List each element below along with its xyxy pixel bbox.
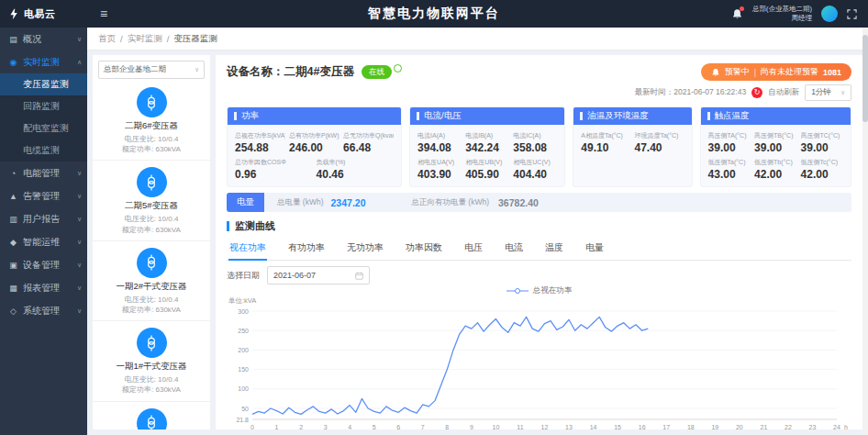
device-list-item-1[interactable]: 二期5#变压器电压变比: 10/0.4额定功率: 630kVA	[93, 161, 210, 240]
curve-tab-5[interactable]: 电流	[504, 237, 524, 260]
forward-energy-value: 36782.40	[498, 197, 539, 208]
svg-text:5: 5	[373, 424, 376, 429]
svg-text:4: 4	[348, 424, 351, 429]
smart-ops-icon: ◆	[8, 238, 18, 247]
sidebar-item-0[interactable]: ▤概况∨	[0, 28, 87, 50]
sidebar-item-5[interactable]: ◆智能运维∨	[0, 230, 87, 253]
hamburger-menu-icon[interactable]: ≡	[100, 6, 107, 21]
stat-label: 相电压UA(V)	[417, 158, 462, 167]
section-title: 监测曲线	[227, 219, 851, 233]
stat-label: 电流IB(A)	[465, 131, 509, 140]
stat-label: 低压侧Ta(°C)	[708, 158, 751, 167]
alert-status: 预警中	[725, 66, 750, 78]
stat-cell: 总无功功率Q(kvar)66.48	[343, 131, 394, 154]
forward-energy-label: 总正向有功电量 (kWh)	[412, 197, 490, 208]
svg-text:15: 15	[614, 424, 621, 429]
alert-text: 尚有未处理预警	[761, 66, 818, 78]
alert-warning-button[interactable]: 预警中 | 尚有未处理预警 1081	[701, 63, 851, 81]
svg-text:3: 3	[324, 424, 328, 429]
curve-tab-2[interactable]: 无功功率	[346, 237, 384, 260]
org-user-label[interactable]: 总部(企业基地二期) 周经理	[752, 5, 812, 23]
breadcrumb-realtime[interactable]: 实时监测	[128, 33, 162, 45]
overview-icon: ▤	[8, 35, 18, 44]
device-ratio: 电压变比: 10/0.4	[96, 134, 206, 144]
scrollbar-thumb[interactable]	[862, 35, 868, 122]
stat-label: A相温度Ta(°C)	[581, 131, 630, 140]
sidebar-item-2[interactable]: ◔电能管理∨	[0, 162, 87, 184]
date-picker-label: 选择日期	[227, 270, 260, 282]
stat-value: 39.00	[708, 141, 751, 154]
curve-tab-3[interactable]: 功率因数	[405, 237, 443, 260]
sidebar-item-4[interactable]: ▥用户报告∨	[0, 207, 87, 230]
breadcrumb-home[interactable]: 首页	[98, 33, 116, 45]
stat-value: 405.90	[465, 168, 509, 181]
power-line-chart: 21.8501001502002503000123456789101112131…	[227, 306, 851, 429]
chevron-down-icon: ∨	[77, 239, 82, 246]
stat-label: 相电压UB(V)	[465, 158, 509, 167]
monitor-curves-section: 监测曲线 视在功率有功功率无功功率功率因数电压电流温度电量 选择日期 2021-…	[227, 219, 851, 429]
sidebar-item-8[interactable]: ◇系统管理∨	[0, 299, 87, 322]
sidebar-subitem-1-3[interactable]: 电缆监测	[0, 139, 87, 162]
sidebar-item-1[interactable]: ◉实时监测∧	[0, 50, 87, 73]
sidebar-item-label: 实时监测	[23, 56, 60, 69]
transformer-icon	[137, 248, 167, 278]
svg-text:10: 10	[493, 424, 500, 429]
stat-label: 总视在功率S(kVA)	[235, 131, 285, 140]
app-logo[interactable]: 电易云	[0, 7, 87, 21]
stat-label: 高压侧TB(°C)	[754, 131, 796, 140]
device-mgmt-icon: ▣	[8, 261, 18, 270]
svg-text:7: 7	[421, 424, 425, 429]
stat-value: 358.08	[513, 141, 557, 154]
realtime-monitor-icon: ◉	[8, 58, 18, 67]
notification-bell-icon[interactable]	[731, 8, 743, 20]
curve-tab-7[interactable]: 电量	[584, 237, 605, 260]
app-title: 智慧电力物联网平台	[368, 6, 500, 22]
device-list-item-0[interactable]: 二期6#变压器电压变比: 10/0.4额定功率: 630kVA	[93, 81, 210, 161]
avatar[interactable]	[821, 6, 838, 22]
sidebar-item-7[interactable]: ▦报表管理∨	[0, 276, 87, 299]
online-status-badge: 在线	[362, 65, 392, 79]
chart-legend[interactable]: 总视在功率	[227, 285, 851, 296]
fullscreen-icon[interactable]	[847, 9, 857, 19]
svg-text:21.8: 21.8	[236, 417, 249, 423]
stat-value: 49.10	[581, 141, 630, 154]
sidebar-subitem-1-0[interactable]: 变压器监测	[0, 73, 87, 95]
org-filter-select[interactable]: 总部企业基地二期 ∨	[98, 61, 205, 79]
stat-value: 0.96	[235, 168, 313, 181]
device-list-panel: 总部企业基地二期 ∨ 二期6#变压器电压变比: 10/0.4额定功率: 630k…	[93, 55, 210, 429]
stat-cell: 相电压UA(V)403.90	[417, 158, 462, 181]
stat-card-title: 电流/电压	[410, 107, 564, 125]
refresh-interval-select[interactable]: 1分钟 ∨	[805, 84, 851, 101]
device-ratio: 电压变比: 10/0.4	[96, 214, 206, 224]
date-picker-input[interactable]: 2021-06-07	[267, 266, 370, 284]
svg-text:22: 22	[785, 424, 792, 429]
svg-text:h: h	[844, 424, 848, 429]
device-list-item-2[interactable]: 一期2#干式变压器电压变比: 10/0.4额定功率: 630kVA	[93, 241, 210, 321]
scrollbar	[862, 28, 868, 435]
sidebar-subitem-1-1[interactable]: 回路监测	[0, 95, 87, 117]
chevron-down-icon: ∨	[77, 170, 82, 177]
sidebar-subitem-1-2[interactable]: 配电室监测	[0, 117, 87, 139]
stat-cell: 电流IC(A)358.08	[513, 131, 557, 154]
curve-tab-0[interactable]: 视在功率	[228, 237, 267, 260]
stat-label: 低压侧Tb(°C)	[754, 158, 796, 167]
header-right-cluster: 总部(企业基地二期) 周经理	[731, 5, 868, 23]
sidebar-item-3[interactable]: ▲告警管理∨	[0, 184, 87, 207]
calendar-icon	[355, 272, 363, 280]
svg-text:6: 6	[396, 424, 400, 429]
stat-card-3: 触点温度高压侧TA(°C)39.00高压侧TB(°C)39.00高压侧TC(°C…	[700, 106, 851, 187]
curve-tab-6[interactable]: 温度	[544, 237, 564, 260]
device-title: 设备名称：二期4#变压器	[227, 64, 354, 80]
device-list-item-3[interactable]: 一期1#干式变压器电压变比: 10/0.4额定功率: 630kVA	[93, 321, 210, 401]
svg-text:12: 12	[541, 424, 549, 429]
svg-text:1: 1	[275, 424, 279, 429]
stat-value: 254.88	[235, 141, 285, 154]
refresh-icon[interactable]: ↻	[751, 87, 762, 98]
stat-card-1: 电流/电压电流IA(A)394.08电流IB(A)342.24电流IC(A)35…	[409, 106, 565, 187]
device-list-item-4[interactable]: 二期8#变压器电压变比: 10/0.4额定功率: 630kVA	[93, 402, 210, 430]
sidebar-item-6[interactable]: ▣设备管理∨	[0, 253, 87, 276]
svg-text:20: 20	[736, 424, 743, 429]
curve-tab-4[interactable]: 电压	[463, 237, 484, 260]
device-rated-power: 额定功率: 630kVA	[96, 385, 206, 395]
curve-tab-1[interactable]: 有功功率	[287, 237, 326, 260]
